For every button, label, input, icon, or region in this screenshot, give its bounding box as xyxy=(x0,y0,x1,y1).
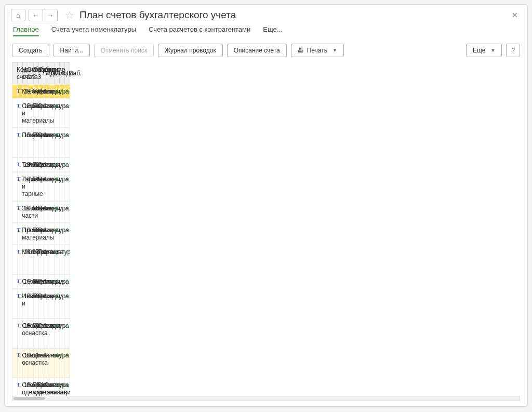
account-icon: T xyxy=(17,227,20,233)
account-icon: T xyxy=(17,352,20,358)
nav-history: ← → xyxy=(29,9,58,21)
help-button[interactable]: ? xyxy=(506,44,520,57)
printer-icon: 🖶 xyxy=(298,47,304,54)
chevron-down-icon: ▼ xyxy=(332,48,337,53)
table-body: T10МатериалыНоменклатураПартииСкладыА✓✓✓… xyxy=(12,84,70,396)
window-header: ⌂ ← → ☆ План счетов бухгалтерского учета… xyxy=(5,5,527,24)
table-row[interactable]: T10.06Прочие материалыНоменклатураПартии… xyxy=(12,223,70,245)
window: ⌂ ← → ☆ План счетов бухгалтерского учета… xyxy=(4,4,528,407)
forward-button[interactable]: → xyxy=(43,9,58,21)
table-row[interactable]: T10.09Инвентарь иНоменклатураПартииСклад… xyxy=(12,289,70,318)
table-row[interactable]: T10.08СтроительныеНоменклатураПартииСкла… xyxy=(12,274,70,289)
arrow-right-icon: → xyxy=(47,11,54,19)
table-row[interactable]: T10.03ТопливоНоменклатураПартииСкладыА✓✓ xyxy=(12,157,70,172)
tab-2[interactable]: Счета расчетов с контрагентами xyxy=(149,25,250,36)
home-button[interactable]: ⌂ xyxy=(11,9,25,21)
accounts-table: Код счета Наименование счета Субконто 1 … xyxy=(12,62,520,396)
table-row[interactable]: T10.05Запасные частиНоменклатураПартииСк… xyxy=(12,201,70,223)
back-button[interactable]: ← xyxy=(29,9,43,21)
table-row[interactable]: T10.11Специальная оснасткаНоменклатураА✓… xyxy=(12,348,70,378)
table-row[interactable]: T10.07Материалы,КонтрагентыНоменклатураП… xyxy=(12,245,70,274)
more-button[interactable]: Еще ▼ xyxy=(466,44,502,57)
tab-0[interactable]: Главное xyxy=(13,25,39,36)
table-row[interactable]: T10.04Тара и тарныеНоменклатураПартииСкл… xyxy=(12,172,70,201)
table-row[interactable]: T10.02ПокупныеНоменклатураПартииСкладыА✓… xyxy=(12,128,70,157)
table-row[interactable]: T10.01Сырье и материалыНоменклатураПарти… xyxy=(12,99,70,128)
cancel-search-button: Отменить поиск xyxy=(94,44,154,57)
page-title: План счетов бухгалтерского учета xyxy=(79,9,236,21)
chevron-down-icon: ▼ xyxy=(490,48,495,53)
table-container: Код счета Наименование счета Субконто 1 … xyxy=(5,62,527,406)
table-row[interactable]: T10МатериалыНоменклатураПартииСкладыА✓✓✓ xyxy=(12,84,70,99)
home-icon: ⌂ xyxy=(16,11,20,19)
journal-button[interactable]: Журнал проводок xyxy=(158,44,223,57)
tab-1[interactable]: Счета учета номенклатуры xyxy=(51,25,136,36)
arrow-left-icon: ← xyxy=(33,11,39,19)
account-icon: T xyxy=(17,322,20,328)
account-icon: T xyxy=(17,161,20,167)
close-button[interactable]: ✕ xyxy=(509,10,521,20)
table-row[interactable]: T10.11.1Специальная одежда в эксплуатаци… xyxy=(12,378,70,396)
account-icon: T xyxy=(17,102,20,109)
account-icon: T xyxy=(17,278,20,284)
account-icon: T xyxy=(17,293,20,299)
table-header: Код счета Наименование счета Субконто 1 … xyxy=(12,62,70,84)
create-button[interactable]: Создать xyxy=(12,44,49,57)
print-button[interactable]: 🖶 Печать ▼ xyxy=(291,44,344,57)
account-icon: T xyxy=(17,205,20,211)
more-label: Еще xyxy=(473,47,485,54)
tab-3[interactable]: Еще... xyxy=(263,25,282,36)
table-row[interactable]: T10.10Специальная оснасткаНоменклатураПа… xyxy=(12,318,70,348)
tabs-bar: ГлавноеСчета учета номенклатурыСчета рас… xyxy=(5,24,527,41)
toolbar: Создать Найти... Отменить поиск Журнал п… xyxy=(5,41,527,62)
favorite-icon[interactable]: ☆ xyxy=(65,9,74,21)
col-code[interactable]: Код счета xyxy=(12,63,18,84)
horizontal-scrollbar[interactable] xyxy=(12,396,520,401)
find-button[interactable]: Найти... xyxy=(54,44,90,57)
account-icon: T xyxy=(17,248,20,255)
account-icon: T xyxy=(17,176,20,182)
description-button[interactable]: Описание счета xyxy=(227,44,287,57)
account-icon: T xyxy=(17,381,20,388)
account-icon: T xyxy=(17,88,20,94)
print-label: Печать xyxy=(307,47,327,54)
account-icon: T xyxy=(17,131,20,138)
